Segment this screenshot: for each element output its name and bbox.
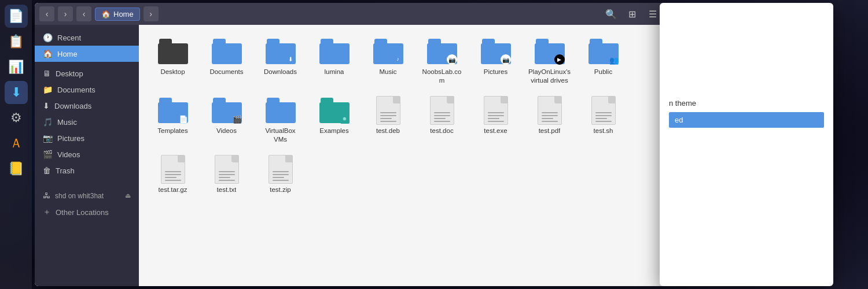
sidebar-item-music[interactable]: 🎵 Music: [35, 114, 139, 130]
sidebar-item-recent-label: Recent: [57, 34, 81, 42]
lumina-label: lumina: [325, 68, 344, 76]
pictures-label: Pictures: [484, 68, 508, 76]
sidebar-item-home[interactable]: 🏠 Home: [35, 46, 139, 62]
gear-icon: ⚙: [10, 110, 22, 125]
file-item-test-tar[interactable]: test.tar.gz: [148, 151, 197, 197]
file-item-test-pdf[interactable]: test.pdf: [525, 92, 574, 146]
highlight-text: ed: [675, 116, 683, 124]
search-button[interactable]: 🔍: [603, 6, 619, 22]
file-item-test-sh[interactable]: test.sh: [579, 92, 628, 146]
documents-icon: 📁: [43, 85, 53, 94]
back-button[interactable]: ‹: [39, 6, 54, 21]
examples-label: Examples: [319, 127, 349, 135]
plus-icon: ＋: [43, 207, 51, 217]
file-item-downloads[interactable]: ⬇ Downloads: [256, 33, 305, 87]
file-item-noobslab[interactable]: 📷 NoobsLab.com: [417, 33, 466, 87]
sidebar-item-trash[interactable]: 🗑 Trash: [35, 162, 139, 179]
files-grid: Desktop Documents: [148, 33, 656, 197]
documents-label: Documents: [209, 68, 243, 76]
examples-folder-icon: ⊕: [319, 97, 350, 124]
theme-text: n theme: [669, 99, 696, 108]
sidebar-item-desktop-label: Desktop: [56, 69, 83, 78]
downloads-sidebar-icon: ⬇: [43, 101, 50, 110]
playonlinux-folder-icon: ▶: [535, 38, 565, 65]
sidebar: 🕐 Recent 🏠 Home 🖥 Desktop 📁 Documents ⬇ …: [35, 25, 139, 286]
sidebar-item-network[interactable]: 🖧 shd on whit3hat ⏏: [35, 188, 139, 203]
file-item-lumina[interactable]: lumina: [310, 33, 359, 87]
file-item-playonlinux[interactable]: ▶ PlayOnLinux's virtual drives: [525, 33, 574, 87]
breadcrumb-prev-button[interactable]: ‹: [76, 6, 91, 21]
file-item-test-deb[interactable]: test.deb: [363, 92, 413, 146]
home-icon: 🏠: [43, 49, 53, 58]
dock-item-index[interactable]: 📒: [5, 157, 28, 180]
dock-item-files[interactable]: 📄: [5, 5, 28, 28]
eject-icon[interactable]: ⏏: [125, 192, 131, 199]
file-item-public[interactable]: 👥 Public: [579, 33, 628, 87]
file-item-test-doc[interactable]: test.doc: [417, 92, 466, 146]
home-breadcrumb[interactable]: 🏠 Home: [95, 8, 140, 21]
test-doc-icon: [427, 97, 457, 124]
sidebar-item-music-label: Music: [57, 118, 77, 127]
test-pdf-icon: [535, 97, 565, 124]
right-panel-content: n theme ed: [660, 3, 833, 137]
downloads-label: Downloads: [264, 68, 297, 76]
sidebar-item-downloads[interactable]: ⬇ Downloads: [35, 98, 139, 114]
card-icon: 📊: [8, 60, 24, 75]
file-item-desktop[interactable]: Desktop: [148, 33, 197, 87]
file-item-documents[interactable]: Documents: [202, 33, 251, 87]
file-item-virtualbox[interactable]: VirtualBox VMs: [256, 92, 305, 146]
videos-label: Videos: [216, 127, 237, 135]
test-exe-icon: [481, 97, 511, 124]
file-item-test-exe[interactable]: test.exe: [471, 92, 520, 146]
download-icon: ⬇: [11, 85, 21, 100]
desktop-folder-icon: [158, 38, 188, 65]
test-pdf-label: test.pdf: [539, 127, 561, 135]
dock-item-settings[interactable]: ⚙: [5, 106, 28, 129]
sidebar-item-videos[interactable]: 🎬 Videos: [35, 146, 139, 162]
home-breadcrumb-label: Home: [113, 10, 134, 18]
right-panel: n theme ed: [660, 3, 833, 286]
file-item-examples[interactable]: ⊕ Examples: [310, 92, 359, 146]
breadcrumb-next-button[interactable]: ›: [144, 6, 159, 21]
public-label: Public: [594, 68, 612, 76]
file-item-music[interactable]: ♪ Music: [363, 33, 413, 87]
sidebar-item-other-locations[interactable]: ＋ Other Locations: [35, 203, 139, 221]
file-item-test-txt[interactable]: test.txt: [202, 151, 251, 197]
menu-button[interactable]: ☰: [645, 6, 661, 22]
downloads-folder-icon: ⬇: [266, 38, 296, 65]
templates-label: Templates: [157, 127, 187, 135]
sidebar-item-recent[interactable]: 🕐 Recent: [35, 29, 139, 46]
sidebar-item-pictures[interactable]: 📷 Pictures: [35, 130, 139, 146]
documents-folder-icon: [212, 38, 242, 65]
recent-icon: 🕐: [43, 33, 53, 42]
desktop-icon: 🖥: [43, 69, 51, 78]
sidebar-other-locations-label: Other Locations: [56, 208, 109, 217]
trash-icon: 🗑: [43, 166, 51, 175]
file-item-templates[interactable]: 📄 Templates: [148, 92, 197, 146]
pictures-icon: 📷: [43, 134, 53, 143]
dock-item-notes[interactable]: 📋: [5, 30, 28, 53]
file-item-videos[interactable]: 🎬 Videos: [202, 92, 251, 146]
pictures-folder-icon: 📷: [481, 38, 511, 65]
test-sh-label: test.sh: [594, 127, 613, 135]
notes-icon: 📋: [8, 34, 24, 49]
sidebar-item-documents[interactable]: 📁 Documents: [35, 81, 139, 98]
sidebar-item-desktop[interactable]: 🖥 Desktop: [35, 65, 139, 81]
files-area: Desktop Documents: [139, 25, 665, 286]
test-zip-icon: [266, 155, 296, 183]
view-toggle-button[interactable]: ⊞: [624, 6, 640, 22]
titlebar-actions: 🔍 ⊞ ☰: [603, 6, 661, 22]
dock-item-amazon[interactable]: Ａ: [5, 132, 28, 155]
dock-item-card[interactable]: 📊: [5, 55, 28, 79]
file-item-pictures[interactable]: 📷 Pictures: [471, 33, 520, 87]
file-item-test-zip[interactable]: test.zip: [256, 151, 305, 197]
videos-icon: 🎬: [43, 150, 53, 159]
templates-folder-icon: 📄: [158, 97, 188, 124]
dock-item-download[interactable]: ⬇: [5, 81, 28, 104]
application-dock: 📄 📋 📊 ⬇ ⚙ Ａ 📒: [0, 0, 32, 289]
music-folder-icon: ♪: [373, 38, 403, 65]
network-icon: 🖧: [43, 191, 50, 200]
forward-button[interactable]: ›: [58, 6, 73, 21]
sidebar-item-downloads-label: Downloads: [54, 102, 91, 110]
right-panel-highlight[interactable]: ed: [669, 112, 824, 128]
